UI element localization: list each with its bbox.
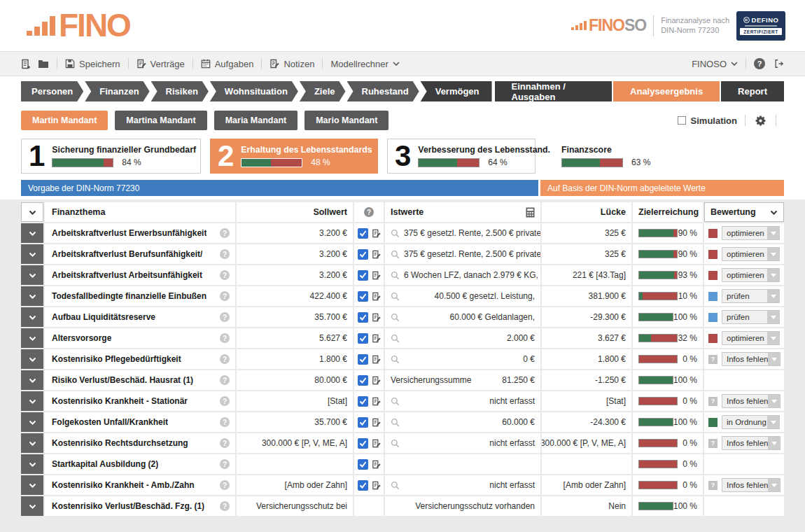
row-expand-toggle[interactable] bbox=[21, 412, 43, 432]
help-icon[interactable]: ? bbox=[220, 354, 230, 364]
help-icon[interactable]: ? bbox=[220, 438, 230, 448]
tab-ziele[interactable]: Ziele bbox=[300, 81, 346, 102]
save-button[interactable]: Speichern bbox=[65, 59, 120, 69]
row-expand-toggle[interactable] bbox=[21, 244, 43, 264]
tab-report[interactable]: Report bbox=[721, 81, 784, 102]
rating-select[interactable]: optimieren bbox=[722, 331, 780, 345]
checkbox-checked-icon[interactable] bbox=[358, 375, 368, 386]
tab-analyseergebnis[interactable]: Analyseergebnis bbox=[613, 81, 720, 102]
client-button-martina-mandant[interactable]: Martina Mandant bbox=[115, 111, 206, 130]
row-expand-toggle[interactable] bbox=[21, 328, 43, 348]
tab-einnahmen-ausgaben[interactable]: Einnahmen / Ausgaben bbox=[495, 81, 612, 102]
row-expand-toggle[interactable] bbox=[21, 370, 43, 390]
tab-ruhestand[interactable]: Ruhestand bbox=[347, 81, 419, 102]
help-icon[interactable]: ? bbox=[220, 375, 230, 385]
chevron-down-icon[interactable] bbox=[767, 332, 779, 344]
note-edit-icon[interactable] bbox=[372, 229, 381, 238]
tab-risiken[interactable]: Risiken bbox=[151, 81, 209, 102]
help-icon[interactable]: ? bbox=[220, 249, 230, 259]
help-icon[interactable]: ? bbox=[220, 459, 230, 469]
rating-select[interactable]: optimieren bbox=[722, 247, 780, 261]
note-edit-icon[interactable] bbox=[372, 418, 381, 427]
help-icon[interactable]: ? bbox=[364, 207, 374, 217]
chevron-down-icon[interactable] bbox=[767, 416, 779, 428]
chevron-down-icon[interactable] bbox=[768, 395, 780, 407]
score-card-3[interactable]: 3Verbesserung des Lebensstand.64 % bbox=[387, 139, 536, 174]
rating-select[interactable]: Infos fehlen bbox=[722, 478, 780, 492]
chevron-down-icon[interactable] bbox=[767, 290, 779, 302]
magnifier-icon[interactable] bbox=[391, 418, 400, 427]
magnifier-icon[interactable] bbox=[391, 250, 400, 259]
chevron-down-icon[interactable] bbox=[767, 269, 779, 281]
checkbox-checked-icon[interactable] bbox=[358, 354, 368, 365]
tab-vermögen[interactable]: Vermögen bbox=[421, 81, 492, 102]
row-expand-toggle[interactable] bbox=[21, 286, 43, 306]
help-icon[interactable]: ? bbox=[220, 417, 230, 427]
magnifier-icon[interactable] bbox=[391, 397, 400, 406]
help-button[interactable]: ? bbox=[754, 58, 765, 69]
score-card-1[interactable]: 1Sicherung finanzieller Grundbedarf84 % bbox=[21, 139, 201, 174]
row-expand-toggle[interactable] bbox=[21, 265, 43, 285]
client-button-mario-mandant[interactable]: Mario Mandant bbox=[304, 111, 388, 130]
chevron-down-icon[interactable] bbox=[768, 353, 780, 365]
chevron-down-icon[interactable] bbox=[767, 311, 779, 323]
open-folder-button[interactable] bbox=[38, 59, 49, 69]
note-edit-icon[interactable] bbox=[372, 313, 381, 322]
help-icon[interactable]: ? bbox=[220, 480, 230, 490]
rating-select[interactable]: Infos fehlen bbox=[722, 352, 780, 366]
magnifier-icon[interactable] bbox=[391, 292, 400, 301]
note-edit-icon[interactable] bbox=[372, 250, 381, 259]
row-expand-toggle[interactable] bbox=[21, 475, 43, 495]
row-expand-toggle[interactable] bbox=[21, 496, 43, 516]
note-edit-icon[interactable] bbox=[372, 460, 381, 469]
magnifier-icon[interactable] bbox=[391, 313, 400, 322]
chevron-down-icon[interactable] bbox=[768, 479, 780, 491]
note-edit-icon[interactable] bbox=[372, 355, 381, 364]
tab-finanzen[interactable]: Finanzen bbox=[85, 81, 149, 102]
rating-select[interactable]: in Ordnung bbox=[722, 415, 780, 429]
magnifier-icon[interactable] bbox=[391, 439, 400, 448]
checkbox-checked-icon[interactable] bbox=[358, 333, 368, 344]
checkbox-checked-icon[interactable] bbox=[358, 396, 368, 407]
note-edit-icon[interactable] bbox=[372, 334, 381, 343]
notes-button[interactable]: Notizen bbox=[270, 59, 314, 69]
chevron-down-icon[interactable] bbox=[768, 437, 780, 449]
magnifier-icon[interactable] bbox=[391, 481, 400, 490]
help-icon[interactable]: ? bbox=[220, 228, 230, 238]
checkbox-checked-icon[interactable] bbox=[358, 270, 368, 281]
row-expand-toggle[interactable] bbox=[21, 307, 43, 327]
rating-select[interactable]: prüfen bbox=[722, 289, 780, 303]
note-edit-icon[interactable] bbox=[372, 292, 381, 301]
magnifier-icon[interactable] bbox=[391, 334, 400, 343]
row-expand-toggle[interactable] bbox=[21, 454, 43, 474]
checkbox-checked-icon[interactable] bbox=[358, 417, 368, 428]
help-icon[interactable]: ? bbox=[220, 501, 230, 511]
row-expand-toggle[interactable] bbox=[21, 391, 43, 411]
header-bewertung-dropdown[interactable]: Bewertung bbox=[704, 202, 784, 222]
tab-personen[interactable]: Personen bbox=[21, 81, 83, 102]
checkbox-checked-icon[interactable] bbox=[358, 228, 368, 239]
logout-button[interactable] bbox=[774, 59, 784, 69]
chevron-down-icon[interactable] bbox=[767, 227, 779, 239]
note-edit-icon[interactable] bbox=[372, 376, 381, 385]
rating-select[interactable]: optimieren bbox=[722, 226, 780, 240]
expand-all-toggle[interactable] bbox=[21, 202, 43, 222]
checkbox-checked-icon[interactable] bbox=[358, 249, 368, 260]
note-edit-icon[interactable] bbox=[372, 439, 381, 448]
help-icon[interactable]: ? bbox=[220, 270, 230, 280]
client-button-maria-mandant[interactable]: Maria Mandant bbox=[214, 111, 298, 130]
magnifier-icon[interactable] bbox=[391, 355, 400, 364]
magnifier-icon[interactable] bbox=[391, 271, 400, 280]
note-edit-icon[interactable] bbox=[372, 271, 381, 280]
tab-wohnsituation[interactable]: Wohnsituation bbox=[210, 81, 298, 102]
help-icon[interactable]: ? bbox=[220, 312, 230, 322]
calculator-icon[interactable] bbox=[526, 207, 535, 218]
row-expand-toggle[interactable] bbox=[21, 433, 43, 453]
rating-select[interactable]: Infos fehlen bbox=[722, 436, 780, 450]
chevron-down-icon[interactable] bbox=[767, 248, 779, 260]
modellrechner-menu[interactable]: Modellrechner bbox=[330, 59, 399, 69]
simulation-checkbox[interactable] bbox=[678, 116, 686, 125]
profile-menu[interactable]: FINOSO bbox=[692, 59, 738, 69]
rating-select[interactable]: optimieren bbox=[722, 268, 780, 282]
row-expand-toggle[interactable] bbox=[21, 349, 43, 369]
